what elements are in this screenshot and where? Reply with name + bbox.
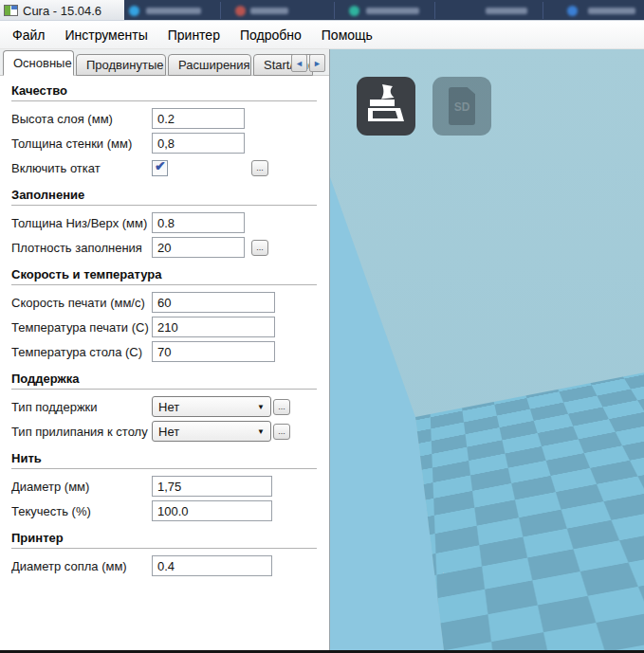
setting-label: Температура стола (C) [11,345,152,359]
taskbar-separator [434,2,435,19]
taskbar-app-label [250,8,288,14]
section-header: Нить [11,451,317,469]
menu-bar: ФайлИнструментыПринтерПодробноПомощь [0,21,644,49]
tab-Основные[interactable]: Основные [3,50,74,76]
setting-label: Температура печати (C) [11,320,152,335]
setting-label: Тип прилипания к столу [11,425,152,439]
setting-label: Скорость печати (мм/с) [11,296,152,310]
title-bar: Cura - 15.04.6 [0,0,644,21]
chevron-right-icon: ► [313,59,322,68]
setting-row: Толщина Низ/Верх (мм) [11,210,317,235]
menu-item-Инструменты[interactable]: Инструменты [56,24,156,46]
taskbar-app-label [146,8,201,14]
settings-pane: ОсновныеПродвинутыеРасширенияStart/End◄►… [0,49,329,650]
setting-input[interactable] [152,500,272,521]
taskbar-app-icon [129,6,139,16]
tab-scroll-left-button[interactable]: ◄ [291,54,307,72]
setting-label: Толщина стенки (мм) [11,136,152,151]
setting-label: Текучесть (%) [11,504,152,518]
setting-row: Высота слоя (мм) [11,106,317,131]
more-settings-button[interactable]: ... [273,399,290,415]
setting-row: Текучесть (%) [11,499,317,523]
load-model-icon [357,77,415,136]
more-settings-button[interactable]: ... [273,424,290,440]
save-sd-button: SD [432,77,491,136]
chevron-left-icon: ◄ [295,59,304,68]
setting-label: Высота слоя (мм) [11,112,152,126]
setting-label: Диаметр (мм) [11,480,152,494]
chevron-down-icon: ▼ [257,427,270,436]
setting-checkbox[interactable]: ✔ [152,160,168,176]
chevron-down-icon: ▼ [257,403,270,411]
setting-row: Тип прилипания к столуНет▼... [11,419,317,444]
taskbar-app-label [588,8,635,14]
taskbar-separator [543,2,543,19]
taskbar-app-icon [567,6,578,16]
setting-input[interactable] [152,317,275,337]
setting-label: Диаметр сопла (мм) [11,559,152,573]
setting-dropdown[interactable]: Нет▼ [152,421,271,442]
window-title-area: Cura - 15.04.6 [0,0,124,21]
load-model-button[interactable] [357,77,415,136]
setting-row: Скорость печати (мм/с) [11,290,317,315]
taskbar-app-icon [349,6,359,16]
setting-row: Температура стола (C) [11,339,317,364]
setting-row: Включить откат✔... [11,155,317,180]
taskbar-app-label [366,8,419,14]
section-header: Скорость и температура [11,267,317,285]
setting-input[interactable] [152,555,272,576]
app-icon [4,5,18,16]
window-title: Cura - 15.04.6 [23,4,101,18]
tab-scroll-right-button[interactable]: ► [309,54,325,72]
settings-panel: КачествоВысота слоя (мм)Толщина стенки (… [0,76,329,650]
more-settings-button[interactable]: ... [251,160,268,176]
menu-item-Файл[interactable]: Файл [4,24,53,46]
checkmark-icon: ✔ [155,158,166,173]
section-header: Качество [11,83,317,101]
setting-input[interactable] [152,212,245,233]
setting-row: Диаметр (мм) [11,474,317,499]
setting-row: Диаметр сопла (мм) [11,553,317,578]
3d-viewport[interactable]: SD [329,49,644,650]
taskbar-separator [220,2,221,19]
setting-label: Толщина Низ/Верх (мм) [11,216,152,230]
setting-row: Толщина стенки (мм) [11,131,317,155]
menu-item-Подробно[interactable]: Подробно [231,24,310,46]
setting-row: Температура печати (C) [11,315,317,339]
dropdown-value: Нет [153,400,257,414]
sd-card-icon: SD [449,87,475,125]
setting-input[interactable] [152,292,275,313]
setting-input[interactable] [152,476,272,497]
setting-input[interactable] [152,341,275,362]
setting-row: Тип поддержкиНет▼... [11,394,317,419]
dropdown-value: Нет [153,425,257,439]
section-header: Поддержка [11,372,317,390]
setting-input[interactable] [152,108,245,129]
tab-strip: ОсновныеПродвинутыеРасширенияStart/End◄► [0,49,329,76]
cura-window: Cura - 15.04.6 ФайлИнструментыПринтерПод… [0,0,644,653]
menu-item-Помощь[interactable]: Помощь [313,24,381,46]
setting-row: Плотность заполнения... [11,235,317,260]
setting-label: Тип поддержки [11,400,152,414]
section-header: Заполнение [11,188,317,206]
taskbar-separator [334,2,335,19]
taskbar-app-label [486,8,527,14]
section-header: Принтер [11,531,317,549]
setting-label: Включить откат [11,161,152,175]
menu-item-Принтер[interactable]: Принтер [159,24,229,46]
setting-dropdown[interactable]: Нет▼ [152,396,271,417]
setting-input[interactable] [152,133,245,154]
tab-Расширения[interactable]: Расширения [168,54,251,76]
setting-input[interactable] [152,237,245,258]
taskbar-app-icon [235,6,246,16]
more-settings-button[interactable]: ... [251,240,268,256]
setting-label: Плотность заполнения [11,241,152,255]
tab-Продвинутые[interactable]: Продвинутые [76,54,166,76]
